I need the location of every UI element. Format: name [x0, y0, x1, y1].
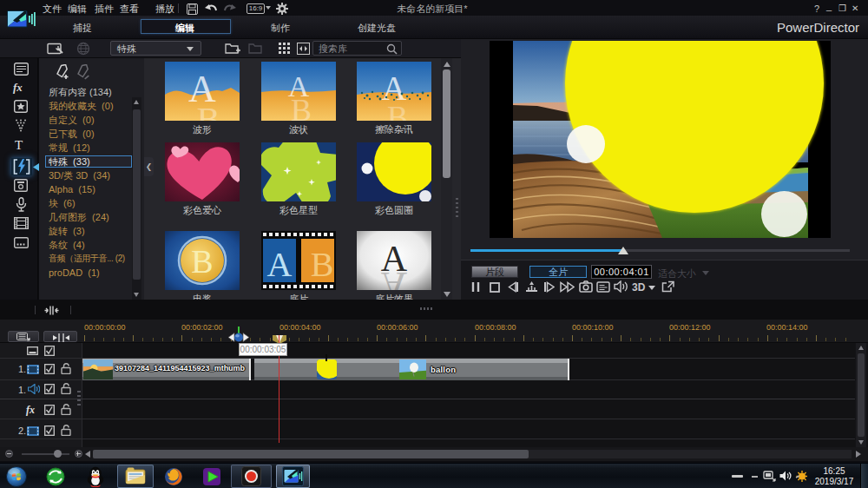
svg-text:B: B [197, 100, 220, 121]
svg-text:B: B [291, 93, 312, 121]
svg-text:B: B [387, 100, 408, 121]
svg-text:A: A [381, 265, 408, 290]
svg-text:A: A [267, 245, 293, 284]
svg-text:B: B [191, 243, 213, 280]
svg-text:B: B [311, 245, 334, 284]
